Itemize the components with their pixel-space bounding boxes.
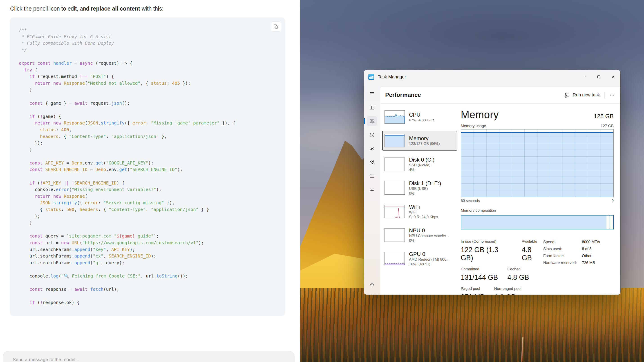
services-icon <box>369 187 375 193</box>
perf-item-detail: WiFi <box>409 210 438 215</box>
code-line: if (!response.ok) { <box>19 299 276 306</box>
sidebar-item-menu[interactable] <box>367 89 377 99</box>
perf-item-name: CPU <box>409 112 434 118</box>
perf-item-name: Disk 1 (D: E:) <box>409 180 441 186</box>
hardware-info-label: Speed: <box>543 240 582 244</box>
code-line: url.searchParams.append("key", API_KEY); <box>19 246 276 253</box>
sidebar-item-startup-apps[interactable] <box>367 144 377 153</box>
memory-stat: In use (Compressed)122 GB (1.3 GB) <box>461 239 512 262</box>
maximize-icon <box>596 75 601 79</box>
task-manager-app-icon <box>368 74 374 80</box>
maximize-button[interactable] <box>592 70 606 84</box>
perf-item-detail: NPU Compute Acceler... <box>409 234 449 238</box>
memory-usage-max-label: 127 GB <box>600 124 614 128</box>
code-line <box>19 53 276 60</box>
close-button[interactable] <box>606 70 620 84</box>
sidebar-item-users[interactable] <box>367 157 377 167</box>
code-line: ); <box>19 213 276 220</box>
sidebar-item-details[interactable] <box>367 171 377 181</box>
perf-item-name: Disk 0 (C:) <box>409 157 434 163</box>
more-options-button[interactable] <box>609 92 615 98</box>
code-line: console.error("Missing environment varia… <box>19 186 276 193</box>
code-line <box>19 106 276 113</box>
hardware-info-label: Form factor: <box>543 254 582 258</box>
performance-item-list: CPU67% 4.88 GHzMemory123/127 GB (96%)Dis… <box>380 104 460 294</box>
perf-item-detail: AMD Radeon(TM) 806... <box>409 257 450 262</box>
code-line: status: 400, <box>19 126 276 133</box>
wallpaper-tree-trunk <box>521 337 524 362</box>
perf-item-cpu[interactable]: CPU67% 4.88 GHz <box>382 107 457 127</box>
code-line: { status: 500, headers: { "Content-Type"… <box>19 206 276 213</box>
close-icon <box>611 75 616 79</box>
copy-code-button[interactable] <box>271 21 281 32</box>
perf-item-detail: 123/127 GB (96%) <box>409 141 440 146</box>
window-title: Task Manager <box>378 74 406 79</box>
chart-x-axis-right: 0 <box>612 199 614 203</box>
code-line: } <box>19 146 276 153</box>
code-line: */ <box>19 47 276 53</box>
task-manager-content-card: Performance Run new task CPU67% 4.88 GHz… <box>380 86 620 295</box>
hardware-info-value: 8 of 8 <box>582 247 600 251</box>
perf-item-name: GPU 0 <box>409 251 450 257</box>
memory-total-capacity: 128 GB <box>594 113 614 120</box>
composer-placeholder: Send a message to the model... <box>12 357 80 362</box>
code-line: } <box>19 86 276 93</box>
memory-composition-bar <box>461 215 614 229</box>
message-composer-input[interactable]: Send a message to the model... <box>3 351 294 362</box>
memory-stat: Committed131/144 GB <box>461 267 498 282</box>
code-line: }); <box>19 140 276 146</box>
memory-composition-label: Memory composition <box>461 208 614 213</box>
code-line: if (!API_KEY || !SEARCH_ENGINE_ID) { <box>19 180 276 187</box>
perf-item-detail: USB (USB) <box>409 186 441 191</box>
code-line: console.log("🔍 Fetching from Google CSE:… <box>19 273 276 280</box>
perf-item-memory[interactable]: Memory123/127 GB (96%) <box>382 131 457 151</box>
code-line: JSON.stringify({ error: "Server config m… <box>19 200 276 206</box>
code-line <box>19 173 276 180</box>
perf-item-detail: 4% <box>409 167 434 172</box>
composition-in-use-segment <box>461 216 606 229</box>
memory-usage-chart <box>461 129 614 197</box>
minimize-button[interactable] <box>577 70 592 84</box>
app-history-icon <box>369 132 375 138</box>
chat-panel: Click the pencil icon to edit, and repla… <box>0 0 300 362</box>
perf-item-detail: SSD (NVMe) <box>409 163 434 167</box>
perf-item-detail: 16% (48 °C) <box>409 262 450 267</box>
sidebar-item-services[interactable] <box>367 185 377 195</box>
hardware-info-value: 726 MB <box>582 261 600 265</box>
code-line: /** <box>19 27 276 33</box>
code-line <box>19 266 276 273</box>
memory-detail-panel: Memory 128 GB Memory usage 127 GB 60 sec… <box>460 104 620 294</box>
title-bar[interactable]: Task Manager <box>364 70 620 84</box>
run-new-task-icon <box>564 92 570 98</box>
code-line: return new Response( <box>19 193 276 200</box>
sidebar-item-performance[interactable] <box>367 116 377 126</box>
sidebar-item-app-history[interactable] <box>367 130 377 140</box>
run-new-task-button[interactable]: Run new task <box>564 92 600 98</box>
code-line: * Fully compatible with Deno Deploy <box>19 40 276 47</box>
memory-panel-title: Memory <box>461 108 499 121</box>
code-line: const url = new URL("https://www.googlea… <box>19 240 276 246</box>
perf-item-wifi[interactable]: WiFiWiFiS: 0 R: 24.0 Kbps <box>382 202 457 221</box>
perf-item-disk0[interactable]: Disk 0 (C:)SSD (NVMe)4% <box>382 154 457 174</box>
code-line: url.searchParams.append("cx", SEARCH_ENG… <box>19 253 276 260</box>
code-line: headers: { "Content-Type": "application/… <box>19 133 276 140</box>
perf-item-name: WiFi <box>409 204 438 210</box>
hardware-info-label: Hardware reserved: <box>543 261 582 265</box>
perf-item-npu0[interactable]: NPU 0NPU Compute Acceler...0% <box>382 225 457 245</box>
code-line <box>19 153 276 160</box>
more-options-icon <box>609 92 615 98</box>
perf-item-detail: 0% <box>409 238 449 243</box>
perf-item-gpu0[interactable]: GPU 0AMD Radeon(TM) 806...16% (48 °C) <box>382 249 457 269</box>
code-line: const { game } = await request.json(); <box>19 100 276 107</box>
processes-icon <box>369 104 375 111</box>
sidebar-item-settings[interactable] <box>367 279 377 289</box>
run-new-task-label: Run new task <box>573 92 600 97</box>
wallpaper-forest <box>300 288 644 362</box>
code-line <box>19 293 276 300</box>
memory-hardware-info: Speed:8000 MT/sSlots used:8 of 8Form fac… <box>543 240 600 295</box>
npu0-thumbnail <box>384 228 405 242</box>
code-line: if (!game) { <box>19 113 276 120</box>
code-line: } <box>19 220 276 226</box>
sidebar-item-processes[interactable] <box>367 102 377 112</box>
perf-item-disk1[interactable]: Disk 1 (D: E:)USB (USB)0% <box>382 178 457 198</box>
